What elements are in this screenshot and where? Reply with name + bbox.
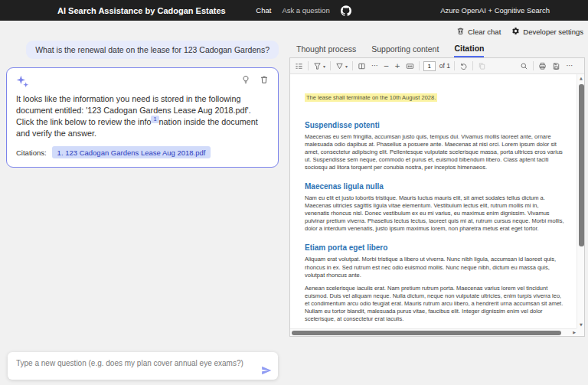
user-question-bubble: What is the renewal date on the lease fo… [26,41,279,59]
lightbulb-icon[interactable] [241,75,250,84]
header-nav: Chat Ask a question [256,5,351,16]
gear-icon [511,27,520,37]
bookmark-pane-icon[interactable] [294,62,304,70]
app-title: AI Search Assistance by Cadogan Estates [0,6,256,15]
tab-thought-process[interactable]: Thought process [296,44,356,57]
vertical-scrollbar[interactable]: ▲ ▼ [577,74,584,328]
page-count-label: of 1 [439,62,450,70]
trash-icon[interactable] [260,75,269,84]
send-button[interactable] [261,365,272,376]
zoom-in-icon[interactable]: + [394,62,401,70]
horizontal-scrollbar[interactable]: ▶ [290,328,577,336]
pdf-toolbar: ▾ ▾ ··· − + of 1 ··· [290,58,584,74]
nav-chat-link[interactable]: Chat [256,6,271,15]
question-input[interactable] [8,352,278,380]
horizontal-scrollbar-thumb[interactable] [292,331,561,335]
chat-actions: Clear chat Developer settings [456,27,583,37]
doc-paragraph: Maecenas eu sem fringilla, accumsan just… [305,133,564,171]
pdf-document-page: The lease shall terminate on the 10th Au… [290,74,577,328]
trash-icon [456,27,465,37]
doc-paragraph: Nam eu elit et justo lobortis tristique.… [305,194,564,233]
search-icon[interactable] [519,62,529,70]
download-icon[interactable] [551,62,561,70]
clear-chat-button[interactable]: Clear chat [456,27,501,37]
vertical-scrollbar-thumb[interactable] [579,84,584,246]
scroll-right-icon[interactable]: ▶ [573,330,576,334]
fit-page-icon[interactable] [405,62,415,70]
assistant-answer-bubble: It looks like the information you need i… [6,67,279,168]
annotation-tool-icon[interactable]: ▾ [312,62,326,70]
pdf-viewer: ▾ ▾ ··· − + of 1 ··· The lease shall ter… [289,57,585,337]
tab-citation[interactable]: Citation [454,44,484,57]
scroll-down-icon[interactable]: ▼ [577,322,585,327]
doc-heading: Maecenas ligula nulla [305,182,564,191]
tab-supporting-content[interactable]: Supporting content [371,44,439,57]
header-subtitle: Azure OpenAI + Cognitive Search [351,6,588,15]
print-icon[interactable] [537,62,547,70]
doc-heading: Etiam porta eget libero [305,243,564,252]
highlighted-citation-text: The lease shall terminate on the 10th Au… [305,93,437,102]
ai-sparkle-icon [16,75,29,88]
more-options-icon[interactable]: ··· [565,62,573,70]
page-layout-icon[interactable] [357,62,367,70]
app-header: AI Search Assistance by Cadogan Estates … [0,0,588,21]
github-icon[interactable] [341,5,351,16]
doc-paragraph: Aliquam erat volutpat. Morbi tristique a… [305,256,564,279]
copy-icon [477,62,487,70]
developer-settings-button[interactable]: Developer settings [511,27,583,37]
undo-icon[interactable] [459,62,469,70]
chevron-down-icon: ▾ [323,64,325,69]
citations-label: Citations: [16,148,47,157]
answer-text: It looks like the information you need i… [16,93,269,139]
page-number-input[interactable] [423,61,436,71]
zoom-out-icon[interactable]: − [383,62,390,70]
question-input-container [8,352,278,380]
more-tools-icon[interactable]: ··· [371,62,379,70]
citation-link[interactable]: 1. 123 Cadogan Gardens Lease Aug 2018.pd… [52,146,211,158]
analysis-tabs: Thought process Supporting content Citat… [296,44,484,57]
nav-ask-question-link[interactable]: Ask a question [282,6,329,15]
scroll-up-icon[interactable]: ▲ [577,76,585,80]
chat-column: What is the renewal date on the lease fo… [6,41,279,168]
form-designer-icon[interactable]: ▾ [335,62,348,70]
chevron-down-icon: ▾ [345,64,348,69]
doc-paragraph: Aenean scelerisque iaculis erat. Nam pre… [305,285,564,323]
scrollbar-corner [577,328,584,336]
inline-citation-marker[interactable]: 1 [151,116,158,123]
doc-heading: Suspendisse potenti [305,121,564,129]
